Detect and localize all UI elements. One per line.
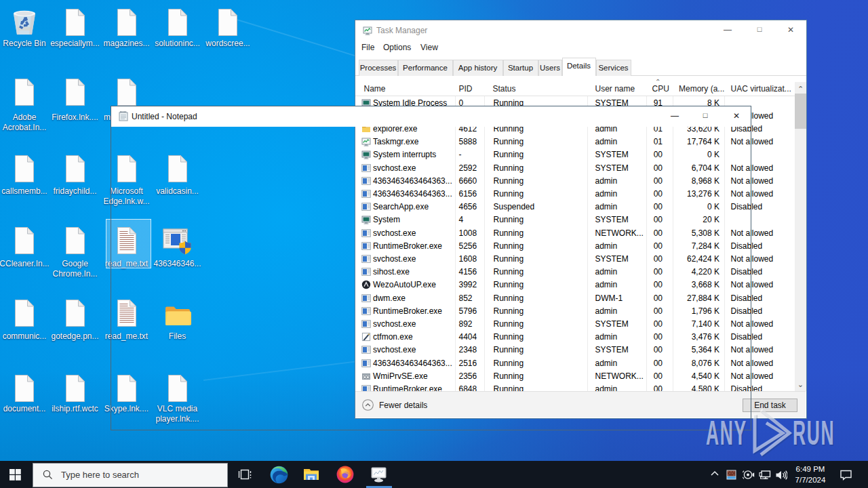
svg-text:ANY: ANY — [706, 414, 747, 451]
svg-text:RUN: RUN — [793, 414, 835, 451]
